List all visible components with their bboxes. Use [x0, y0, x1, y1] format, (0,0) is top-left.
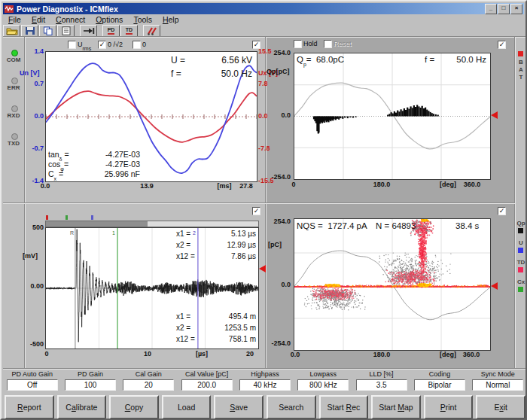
axis-tick: 0.0 — [267, 111, 291, 119]
map-panel-checkbox[interactable]: ✓ — [498, 207, 506, 215]
close-button[interactable]: × — [510, 4, 522, 14]
lowpass-value[interactable]: 800 kHz — [297, 379, 349, 391]
count-readout: N = 64893 — [376, 221, 416, 230]
legend-swatch — [518, 228, 523, 233]
menu-file[interactable]: File — [3, 15, 26, 24]
axis-tick: 0.0 — [267, 281, 291, 288]
map-chart — [294, 219, 490, 350]
zero-marker-arrow — [491, 111, 498, 119]
x1-readout: x1 =5.13 µs — [176, 230, 256, 241]
x-axis-unit: [ms] — [214, 182, 235, 190]
save-button-tool[interactable] — [21, 25, 38, 38]
zero-sqrt2-checkbox-label: 0 /√2 — [108, 41, 123, 48]
pattern-panel-checkbox[interactable]: ✓ — [498, 41, 506, 49]
pd-button-tool[interactable]: PD — [102, 25, 120, 38]
scope-marker-red[interactable] — [46, 215, 48, 220]
axis-tick: -500 — [23, 340, 44, 348]
menu-edit[interactable]: Edit — [26, 15, 50, 24]
highpass-value[interactable]: 40 kHz — [239, 379, 291, 391]
elapsed-time-readout: 38.4 s — [455, 221, 479, 230]
rxd-led-label: RXD — [2, 112, 25, 119]
axis-tick: 500 — [23, 224, 44, 231]
axis-tick: 7.8 — [258, 80, 268, 87]
lowpass-field: Lowpass800 kHz — [295, 370, 351, 392]
axis-tick: -7.8 — [258, 145, 270, 152]
report-button-tool[interactable] — [57, 25, 75, 38]
save-button[interactable]: Save — [214, 395, 264, 419]
minimize-button[interactable]: _ — [485, 4, 497, 14]
print-button[interactable]: Print — [424, 395, 474, 419]
left-axis-label: Un [V] — [20, 69, 40, 77]
calibrate-button[interactable]: Calibrate — [57, 395, 107, 419]
maximize-button[interactable]: □ — [498, 4, 510, 14]
lld-value[interactable]: 3.5 — [356, 379, 407, 391]
urms-checkbox-label: Urms — [78, 41, 91, 50]
cal-gain-value[interactable]: 20 — [123, 379, 174, 391]
pd-icon: PD — [108, 27, 115, 35]
copy-button[interactable]: Copy — [109, 395, 159, 419]
scope-level-arrow[interactable] — [259, 265, 266, 272]
legend-label-qp: Qp — [516, 220, 526, 227]
x12-readout: x12 =7.86 µs — [176, 252, 256, 263]
x12-amplitude-readout: x12 =758.1 m — [176, 335, 256, 346]
axis-tick: 0 — [288, 181, 300, 188]
sync-mode-value[interactable]: Normal — [472, 379, 523, 391]
pattern-plot[interactable] — [294, 53, 491, 180]
copy-button-tool[interactable] — [39, 25, 56, 38]
scope-range-scrollbar[interactable] — [45, 221, 259, 227]
zero-sqrt2-checkbox[interactable]: ✓ — [98, 41, 106, 49]
save-icon — [25, 26, 35, 35]
connect-button-tool[interactable] — [80, 25, 97, 38]
highpass-field: Highpass40 kHz — [237, 370, 293, 392]
zero-checkbox[interactable] — [133, 41, 141, 49]
axis-tick: 254.0 — [267, 218, 291, 225]
axis-tick: 254.0 — [267, 49, 291, 56]
scope-marker-green[interactable] — [65, 215, 68, 220]
start-rec-button[interactable]: Start Rec — [319, 395, 369, 419]
legend-label-td: TD — [516, 259, 526, 266]
menu-options[interactable]: Options — [90, 15, 128, 24]
open-button[interactable] — [3, 25, 20, 38]
dielectric-readouts: tanδ =-4.27E-03 cosφ=-4.27E-03 Cx =25.99… — [48, 150, 140, 179]
err-led — [11, 78, 18, 84]
toolbar: PD TD — [3, 25, 524, 37]
title-bar[interactable]: Power Diagnostix - ICMflex _ □ × — [3, 3, 524, 14]
legend-swatch — [518, 248, 523, 253]
td-button-tool[interactable]: TD — [120, 25, 138, 38]
cal-value-value[interactable]: 200.0 — [181, 379, 233, 391]
com-led-label: COM — [2, 56, 25, 63]
app-icon — [5, 5, 14, 14]
start-map-button[interactable]: Start Map — [371, 395, 421, 419]
err-led-label: ERR — [2, 84, 25, 91]
pd-gain-field: PD Gain100 — [62, 370, 118, 392]
reset-checkbox[interactable] — [324, 40, 332, 48]
report-button[interactable]: Report — [5, 395, 54, 419]
menu-tools[interactable]: Tools — [128, 15, 157, 24]
scope-panel-checkbox[interactable]: ✓ — [252, 207, 260, 215]
pd-gain-value[interactable]: 100 — [65, 379, 116, 391]
menu-bar: File Edit Connect Options Tools Help — [3, 14, 524, 24]
legend-swatch — [518, 267, 523, 272]
exit-button[interactable]: Exit — [476, 395, 525, 419]
pd-auto-gain-value[interactable]: Off — [7, 379, 58, 391]
urms-checkbox[interactable] — [68, 41, 76, 49]
menu-connect[interactable]: Connect — [50, 15, 90, 24]
hold-checkbox[interactable] — [294, 40, 302, 48]
legend-label-cx: Cx — [516, 278, 526, 285]
search-button[interactable]: Search — [267, 395, 316, 419]
load-button[interactable]: Load — [162, 395, 212, 419]
cursor-readouts-bottom: x1 =495.4 m x2 =1253.5 m x12 =758.1 m — [176, 312, 256, 346]
map-plot[interactable] — [294, 218, 491, 351]
coding-value[interactable]: Bipolar — [414, 379, 465, 391]
y-axis-label: [mV] — [23, 252, 38, 260]
axis-tick: -254.0 — [267, 339, 291, 347]
axis-tick: 360.0 — [460, 181, 484, 188]
axis-tick: 360.0 — [459, 351, 483, 358]
pd-auto-gain-field: PD Auto GainOff — [5, 370, 60, 392]
menu-help[interactable]: Help — [157, 15, 184, 24]
x-axis-unit: [µs] — [191, 350, 212, 358]
scope-marker-blue[interactable] — [91, 215, 93, 220]
rxd-led — [11, 105, 18, 112]
disconnect-button-tool[interactable] — [143, 25, 160, 38]
connect-icon — [83, 26, 95, 35]
